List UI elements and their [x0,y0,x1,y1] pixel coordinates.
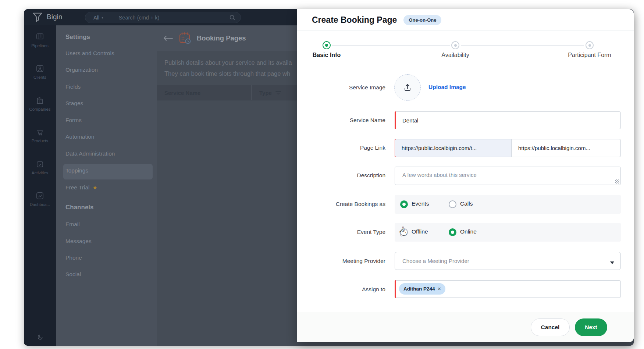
description-label: Description [297,172,385,179]
modal-footer: Cancel Next [297,312,634,342]
close-icon[interactable]: × [438,286,441,292]
activities-icon [36,160,44,168]
settings-item-social[interactable]: Social [65,271,81,278]
description-textarea[interactable]: A few words about this service [395,167,621,185]
global-search[interactable]: All ▾ Search (cmd + k) [85,12,241,23]
sidebar-item-products[interactable]: Products [24,128,56,151]
channels-title: Channels [65,204,94,211]
radio-calls[interactable] [449,200,456,208]
bigin-logo-icon [32,12,43,23]
step-connector [332,45,450,46]
settings-item-organization[interactable]: Organization [65,67,98,73]
one-on-one-badge: One-on-One [403,15,441,25]
settings-item-toppings[interactable]: Toppings [65,167,88,174]
settings-item-email[interactable]: Email [65,221,80,228]
required-marker [395,111,396,129]
sidebar-item-companies[interactable]: Companies [24,96,56,119]
moon-icon [37,334,43,341]
service-image-label: Service Image [297,84,385,91]
step-availability-label: Availability [441,52,469,58]
search-scope-dropdown[interactable]: All [93,15,99,21]
meeting-provider-label: Meeting Provider [297,258,385,264]
stepper: Basic Info Availability Participant Form [297,31,634,65]
sidebar-item-clients[interactable]: Clients [24,64,56,87]
radio-calls-label[interactable]: Calls [460,200,473,207]
settings-title: Settings [65,33,90,41]
nav-rail: Pipelines Clients Companies Products [24,25,56,346]
page-link-field[interactable]: https://public.localbigin.com/t... https… [395,139,621,157]
step-basic-info-label: Basic Info [313,52,341,58]
event-type-label: Event Type [297,229,385,235]
meeting-provider-select[interactable]: Choose a Meeting Provider [395,252,621,270]
filter-icon[interactable] [275,90,281,95]
page-link-label: Page Link [297,145,385,151]
upload-icon [403,83,412,92]
settings-item-users-and-controls[interactable]: Users and Controls [65,50,114,57]
sidebar-item-activities[interactable]: Activities [24,160,56,183]
settings-item-messages[interactable]: Messages [65,238,92,245]
create-bookings-as-group: Events Calls [395,195,621,214]
create-booking-page-modal: Create Booking Page One-on-One Basic Inf… [297,9,634,342]
companies-icon [36,96,44,105]
search-icon [229,14,235,21]
step-availability-circle[interactable] [451,41,459,49]
chevron-down-icon [610,259,615,263]
create-bookings-as-label: Create Bookings as [297,201,385,207]
settings-item-stages[interactable]: Stages [65,100,83,107]
step-participant-form-circle[interactable] [586,41,594,49]
sidebar-item-dashboards[interactable]: Dashboa... [24,192,56,214]
settings-item-data-administration[interactable]: Data Administration [65,150,115,157]
dashboards-icon [36,192,44,200]
sidebar-item-pipelines[interactable]: Pipelines [24,33,56,56]
star-icon: ★ [92,184,97,190]
modal-title: Create Booking Page [312,15,397,25]
resize-handle[interactable] [615,179,619,184]
column-type: Type [259,90,272,96]
clients-icon [36,64,44,73]
settings-item-free-trial[interactable]: Free Trial★ [65,184,97,191]
radio-online-label[interactable]: Online [460,228,477,235]
upload-image-link[interactable]: Upload Image [428,84,466,90]
assignee-chip: Adithan P244 × [399,283,445,295]
pipelines-icon [36,33,44,41]
service-name-label: Service Name [297,117,385,124]
settings-item-forms[interactable]: Forms [65,117,82,124]
upload-image-dropzone[interactable] [394,74,421,101]
step-basic-info-circle[interactable] [323,41,331,49]
settings-panel: Settings Users and Controls Organization… [56,25,157,346]
step-connector [461,45,584,46]
assign-to-label: Assign to [297,286,385,293]
products-icon [36,128,44,136]
required-marker [395,280,396,298]
step-participant-form-label: Participant Form [568,52,611,58]
radio-online[interactable] [449,228,456,236]
booking-pages-icon [178,32,192,45]
page-title: Booking Pages [197,34,246,42]
settings-item-phone[interactable]: Phone [65,254,82,261]
assignee-name: Adithan P244 [403,286,435,292]
modal-header: Create Booking Page One-on-One [297,9,634,31]
settings-item-fields[interactable]: Fields [65,83,81,90]
page-link-base[interactable]: https://public.localbigin.com/t... [395,139,512,157]
next-button[interactable]: Next [575,318,607,336]
column-service-name: Service Name [164,90,200,96]
page: Bigin All ▾ Search (cmd + k) Pipelines [0,0,644,349]
dark-mode-toggle[interactable] [24,334,56,341]
page-link-slug-input[interactable]: https://public.localbigin.com... [512,139,620,157]
event-type-group: Offline Online [395,223,621,242]
back-arrow-icon[interactable] [163,35,173,41]
radio-offline-label[interactable]: Offline [412,228,428,235]
cancel-button[interactable]: Cancel [531,318,570,336]
settings-item-automation[interactable]: Automation [65,133,94,140]
service-name-input[interactable]: Dental [395,111,621,129]
search-input[interactable]: Search (cmd + k) [119,15,160,21]
brand-name: Bigin [47,13,62,21]
radio-events-label[interactable]: Events [412,200,429,207]
radio-events[interactable] [400,200,408,208]
column-divider [251,85,252,100]
caret-down-icon: ▾ [102,16,103,19]
